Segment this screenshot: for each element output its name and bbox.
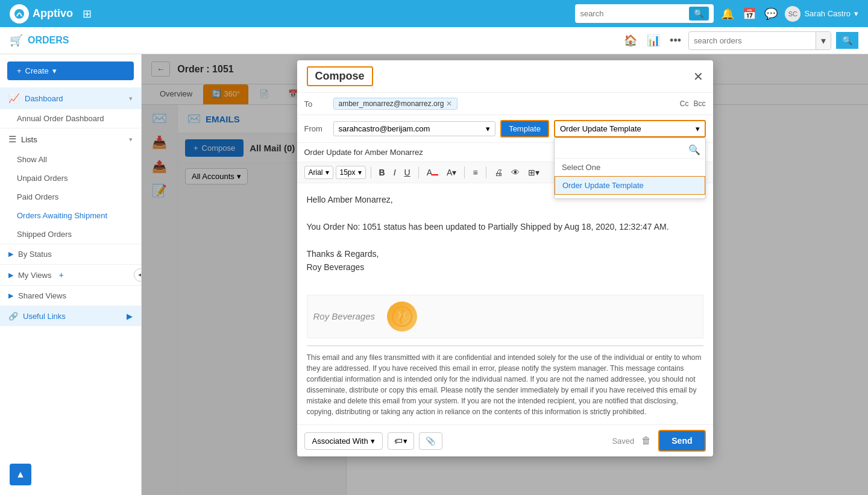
sidebar-item-dashboard[interactable]: 📈 Dashboard ▾ bbox=[0, 87, 141, 109]
body-content: You Order No: 1051 status has been updat… bbox=[307, 220, 703, 233]
global-search-container: 🔍 bbox=[575, 4, 714, 23]
orders-search-wrap: ▾ bbox=[688, 31, 831, 50]
toolbar-divider-1 bbox=[371, 166, 371, 178]
sidebar: + Create ▾ 📈 Dashboard ▾ Annual Order Da… bbox=[0, 54, 142, 495]
app-logo[interactable]: Apptivo bbox=[10, 4, 73, 24]
global-search-button[interactable]: 🔍 bbox=[689, 7, 709, 20]
font-color-button[interactable]: A bbox=[424, 166, 441, 179]
user-dropdown-icon: ▾ bbox=[854, 9, 858, 18]
associated-dropdown-icon: ▾ bbox=[371, 437, 375, 446]
template-search-icon: 🔍 bbox=[688, 144, 700, 156]
toolbar-divider-4 bbox=[486, 166, 486, 178]
sidebar-item-show-all[interactable]: Show All bbox=[0, 150, 141, 169]
sidebar-item-awaiting[interactable]: Orders Awaiting Shipment bbox=[0, 206, 141, 225]
template-search-input[interactable] bbox=[559, 145, 688, 154]
scroll-top-button[interactable]: ▲ bbox=[10, 464, 31, 485]
sidebar-item-annual-order[interactable]: Annual Order Dashboard bbox=[0, 109, 141, 128]
lists-section: ☰ Lists ▾ Show All Unpaid Orders Paid Or… bbox=[0, 128, 141, 244]
more-options-button[interactable]: ••• bbox=[667, 32, 684, 49]
by-status-label: By Status bbox=[18, 250, 52, 259]
tag-button[interactable]: 🏷 ▾ bbox=[388, 432, 414, 450]
user-avatar: SC bbox=[785, 6, 800, 22]
delete-draft-button[interactable]: 🗑 bbox=[639, 433, 653, 449]
attach-icon: 📎 bbox=[426, 437, 436, 446]
template-option-order-update[interactable]: Order Update Template bbox=[555, 176, 705, 195]
lists-label: Lists bbox=[21, 135, 124, 144]
font-dropdown-icon: ▾ bbox=[326, 168, 329, 177]
user-profile[interactable]: SC Sarah Castro ▾ bbox=[785, 6, 858, 22]
template-button[interactable]: Template bbox=[500, 120, 549, 137]
compose-footer: Associated With ▾ 🏷 ▾ 📎 Saved 🗑 Send bbox=[297, 424, 713, 456]
main-layout: + Create ▾ 📈 Dashboard ▾ Annual Order Da… bbox=[0, 54, 868, 495]
home-button[interactable]: 🏠 bbox=[621, 31, 640, 49]
font-name: Arial bbox=[309, 168, 323, 177]
dashboard-section: 📈 Dashboard ▾ Annual Order Dashboard bbox=[0, 87, 141, 128]
sidebar-item-shipped[interactable]: Shipped Orders bbox=[0, 225, 141, 244]
shared-views-label: Shared Views bbox=[18, 291, 66, 300]
chart-button[interactable]: 📊 bbox=[644, 31, 662, 49]
underline-button[interactable]: U bbox=[401, 166, 414, 179]
signature-logo: Roy Beverages bbox=[307, 295, 703, 338]
from-select[interactable]: sarahcastro@berijam.com ▾ bbox=[333, 121, 496, 136]
compose-dialog: Compose ✕ To amber_monarrez@monarrez.org… bbox=[297, 60, 713, 456]
disclaimer-text: This email and any files transmitted wit… bbox=[307, 352, 703, 417]
my-views-label: My Views bbox=[18, 271, 51, 280]
orders-search-go-button[interactable]: 🔍 bbox=[836, 32, 858, 49]
compose-modal-overlay: Compose ✕ To amber_monarrez@monarrez.org… bbox=[142, 54, 868, 495]
orders-title-wrap: 🛒 ORDERS bbox=[10, 34, 621, 47]
orders-search-input[interactable] bbox=[689, 33, 816, 48]
template-select-one-label: Select One bbox=[562, 163, 600, 172]
logo-icon bbox=[10, 4, 29, 24]
shipped-label: Shipped Orders bbox=[17, 230, 72, 239]
to-email-remove[interactable]: ✕ bbox=[446, 99, 452, 108]
create-button[interactable]: + Create ▾ bbox=[7, 61, 134, 80]
app-name: Apptivo bbox=[33, 7, 73, 20]
attach-button[interactable]: 📎 bbox=[419, 432, 442, 450]
cc-button[interactable]: Cc bbox=[680, 99, 689, 108]
associated-with-button[interactable]: Associated With ▾ bbox=[304, 432, 383, 450]
my-views-section: ▶ My Views + bbox=[0, 265, 141, 286]
my-views-arrow: ▶ bbox=[8, 271, 13, 279]
template-selected-text: Order Update Template bbox=[560, 124, 641, 133]
compose-close-button[interactable]: ✕ bbox=[693, 69, 703, 84]
to-label: To bbox=[304, 99, 329, 109]
annual-order-label: Annual Order Dashboard bbox=[17, 114, 104, 123]
dashboard-label: Dashboard bbox=[25, 94, 124, 103]
bcc-button[interactable]: Bcc bbox=[693, 99, 705, 108]
messages-icon[interactable]: 💬 bbox=[764, 7, 778, 20]
lists-icon: ☰ bbox=[8, 134, 16, 145]
font-select[interactable]: Arial ▾ bbox=[304, 166, 333, 179]
print-button[interactable]: 🖨 bbox=[491, 166, 506, 179]
align-button[interactable]: ≡ bbox=[470, 166, 480, 179]
create-icon: + bbox=[17, 66, 22, 75]
from-dropdown-icon: ▾ bbox=[486, 124, 490, 133]
size-dropdown-icon: ▾ bbox=[358, 168, 362, 177]
highlight-button[interactable]: A▾ bbox=[444, 166, 459, 179]
sidebar-item-paid[interactable]: Paid Orders bbox=[0, 188, 141, 206]
italic-button[interactable]: I bbox=[391, 166, 399, 179]
apps-grid-icon[interactable]: ⊞ bbox=[83, 7, 92, 20]
send-button[interactable]: Send bbox=[658, 430, 705, 452]
table-button[interactable]: ⊞▾ bbox=[525, 166, 542, 179]
template-option-select-one[interactable]: Select One bbox=[555, 159, 705, 176]
template-dropdown-container: Order Update Template ▾ 🔍 Select One bbox=[554, 120, 706, 137]
sidebar-item-my-views[interactable]: ▶ My Views + bbox=[0, 265, 141, 285]
add-view-icon[interactable]: + bbox=[58, 270, 63, 280]
from-email-text: sarahcastro@berijam.com bbox=[339, 124, 430, 133]
to-email-text: amber_monarrez@monarrez.org bbox=[339, 99, 444, 108]
orders-search-dropdown[interactable]: ▾ bbox=[816, 32, 831, 49]
size-select[interactable]: 15px ▾ bbox=[336, 166, 366, 179]
global-search-input[interactable] bbox=[580, 9, 689, 18]
sidebar-item-useful-links[interactable]: 🔗 Useful Links ▶ bbox=[0, 306, 141, 326]
sidebar-item-shared-views[interactable]: ▶ Shared Views bbox=[0, 286, 141, 306]
template-select[interactable]: Order Update Template ▾ bbox=[554, 120, 706, 137]
saved-status: Saved bbox=[612, 437, 634, 446]
sidebar-item-lists[interactable]: ☰ Lists ▾ bbox=[0, 128, 141, 150]
sidebar-item-by-status[interactable]: ▶ By Status bbox=[0, 244, 141, 264]
sidebar-item-unpaid[interactable]: Unpaid Orders bbox=[0, 169, 141, 188]
bold-button[interactable]: B bbox=[376, 166, 388, 179]
calendar-icon[interactable]: 📅 bbox=[743, 7, 756, 20]
notification-icon[interactable]: 🔔 bbox=[721, 7, 734, 20]
dashboard-arrow: ▾ bbox=[129, 95, 133, 102]
preview-button[interactable]: 👁 bbox=[508, 166, 523, 179]
